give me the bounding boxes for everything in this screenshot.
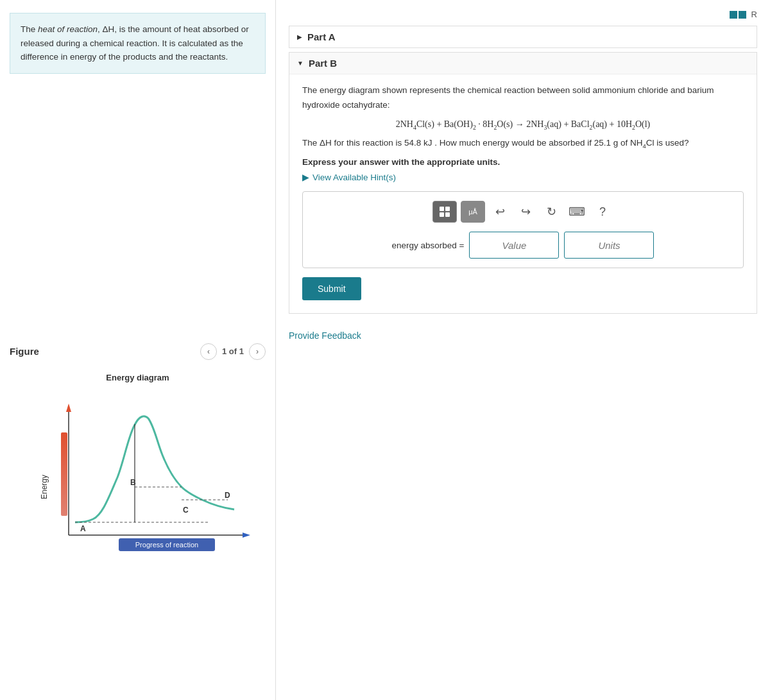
top-icons: R xyxy=(289,10,757,19)
input-row: energy absorbed = xyxy=(312,232,734,259)
part-b-header[interactable]: ▼ Part B xyxy=(289,53,757,74)
provide-feedback-link[interactable]: Provide Feedback xyxy=(289,330,361,341)
svg-marker-4 xyxy=(243,533,250,538)
express-answer-text: Express your answer with the appropriate… xyxy=(302,157,744,167)
toolbar: μÅ ↩ ↪ ↻ ⌨ ? xyxy=(312,201,734,223)
part-a-label: Part A xyxy=(307,31,336,42)
part-b-arrow: ▼ xyxy=(297,60,304,67)
reaction-description-1: The energy diagram shown represents the … xyxy=(302,83,744,113)
figure-page-label: 1 of 1 xyxy=(222,346,244,356)
figure-nav: ‹ 1 of 1 › xyxy=(200,343,266,360)
redo-button[interactable]: ↪ xyxy=(515,201,536,223)
hint-arrow: ▶ xyxy=(302,172,309,182)
right-panel: R ▶ Part A ▼ Part B The energy diagram s… xyxy=(276,0,770,700)
answer-box: μÅ ↩ ↪ ↻ ⌨ ? energy absorbed = xyxy=(302,191,744,268)
point-d-label: D xyxy=(225,491,230,500)
part-b-content: The energy diagram shown represents the … xyxy=(289,74,757,313)
square-icon-2 xyxy=(739,11,746,19)
hint-link[interactable]: ▶ View Available Hint(s) xyxy=(302,172,744,182)
mu-button[interactable]: μÅ xyxy=(461,201,485,223)
r-label: R xyxy=(751,10,757,19)
point-b-label: B xyxy=(130,478,136,487)
part-a-arrow: ▶ xyxy=(297,33,302,40)
refresh-button[interactable]: ↻ xyxy=(540,201,562,223)
diagram-svg: Energy Progress of reaction xyxy=(22,388,253,554)
point-a-label: A xyxy=(80,524,86,533)
icon-squares xyxy=(730,11,746,19)
undo-button[interactable]: ↩ xyxy=(489,201,511,223)
help-button[interactable]: ? xyxy=(592,201,613,223)
heat-of-reaction-term: heat of reaction xyxy=(38,24,98,34)
prev-figure-button[interactable]: ‹ xyxy=(200,343,217,360)
keyboard-button[interactable]: ⌨ xyxy=(566,201,588,223)
figure-title: Figure xyxy=(10,346,39,357)
x-axis-label: Progress of reaction xyxy=(135,541,198,549)
svg-marker-1 xyxy=(66,404,71,412)
y-axis-label: Energy xyxy=(40,475,49,499)
reaction-description-2: The ΔH for this reaction is 54.8 kJ . Ho… xyxy=(302,136,744,151)
hint-label: View Available Hint(s) xyxy=(312,173,396,182)
submit-button[interactable]: Submit xyxy=(302,277,361,300)
svg-rect-12 xyxy=(440,212,444,217)
left-panel: The heat of reaction, ΔH, is the amount … xyxy=(0,0,276,700)
info-box: The heat of reaction, ΔH, is the amount … xyxy=(10,13,266,74)
diagram-title: Energy diagram xyxy=(106,373,169,382)
part-b-section: ▼ Part B The energy diagram shown repres… xyxy=(289,52,757,314)
svg-rect-11 xyxy=(445,207,450,211)
svg-rect-10 xyxy=(440,207,444,211)
part-a-header[interactable]: ▶ Part A xyxy=(289,26,757,47)
square-icon-1 xyxy=(730,11,737,19)
value-input[interactable] xyxy=(469,232,559,259)
figure-header: Figure ‹ 1 of 1 › xyxy=(10,343,266,360)
units-input[interactable] xyxy=(564,232,654,259)
chemical-equation: 2NH4Cl(s) + Ba(OH)2 · 8H2O(s) → 2NH3(aq)… xyxy=(302,119,744,131)
svg-rect-13 xyxy=(445,212,450,217)
part-a-section: ▶ Part A xyxy=(289,26,757,48)
part-b-label: Part B xyxy=(309,58,337,69)
point-c-label: C xyxy=(183,506,189,515)
grid-button[interactable] xyxy=(432,201,457,223)
eq-label: energy absorbed = xyxy=(392,241,465,250)
figure-section: Figure ‹ 1 of 1 › Energy diagram xyxy=(10,343,266,554)
energy-diagram: Energy diagram xyxy=(10,366,266,554)
svg-rect-2 xyxy=(61,432,67,516)
next-figure-button[interactable]: › xyxy=(249,343,266,360)
